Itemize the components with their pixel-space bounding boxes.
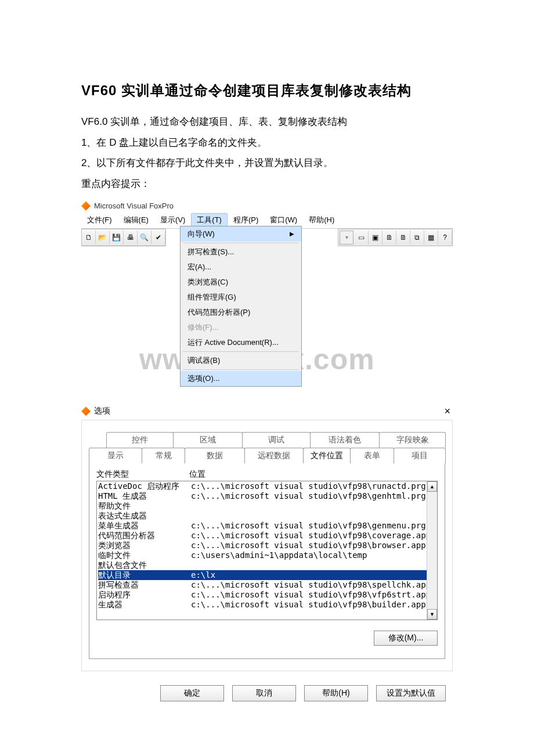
report-icon[interactable]: ▦ <box>424 231 438 244</box>
app-title: Microsoft Visual FoxPro <box>94 201 174 210</box>
menu-window[interactable]: 窗口(W) <box>264 213 303 227</box>
db2-icon[interactable]: 🗎 <box>396 231 410 244</box>
page-title: VF60 实训单通过命令创建项目库表复制修改表结构 <box>81 81 453 100</box>
tab-remotedata[interactable]: 远程数据 <box>244 448 304 463</box>
dialog-title: 选项 <box>94 406 110 416</box>
intro-line-2: 1、在 D 盘上建以自已名字命名的文件夹。 <box>81 132 453 153</box>
list-item[interactable]: 生成器c:\...\microsoft visual studio\vfp98\… <box>98 600 437 610</box>
preview-icon[interactable]: 🔍 <box>138 231 151 244</box>
menu-file[interactable]: 文件(F) <box>81 213 118 227</box>
list-item[interactable]: 菜单生成器c:\...\microsoft visual studio\vfp9… <box>98 521 437 531</box>
window-icon[interactable]: ▭ <box>355 231 369 244</box>
print-icon[interactable]: 🖶 <box>124 231 138 244</box>
new-icon[interactable]: 🗋 <box>82 231 96 244</box>
tab-forms[interactable]: 表单 <box>350 448 394 463</box>
foxpro-icon <box>81 201 91 211</box>
column-header-type: 文件类型 <box>96 469 189 480</box>
list-item[interactable]: 临时文件c:\users\admini~1\appdata\local\temp <box>98 550 437 560</box>
menu-macro[interactable]: 宏(A)... <box>181 260 301 275</box>
tab-general[interactable]: 常规 <box>142 448 185 463</box>
set-default-button[interactable]: 设置为默认值 <box>376 685 446 701</box>
tab-syntax[interactable]: 语法着色 <box>310 432 380 448</box>
scroll-down-icon[interactable]: ▼ <box>427 609 437 620</box>
separator <box>183 243 299 243</box>
options-dialog: 选项 × 控件 区域 调试 语法着色 字段映象 显示 常规 数据 远程数据 文件… <box>81 403 453 705</box>
menu-spellcheck[interactable]: 拼写检查(S)... <box>181 244 301 260</box>
menu-edit[interactable]: 编辑(E) <box>118 213 154 227</box>
form-icon[interactable]: ▣ <box>369 231 383 244</box>
combo-icon[interactable]: ▾ <box>340 231 353 244</box>
tab-projects[interactable]: 项目 <box>394 448 446 463</box>
list-item[interactable]: 类浏览器c:\...\microsoft visual studio\vfp98… <box>98 541 437 550</box>
menu-program[interactable]: 程序(P) <box>228 213 264 227</box>
list-item[interactable]: 表达式生成器 <box>98 511 437 521</box>
modify-button[interactable]: 修改(M)... <box>374 631 438 646</box>
menu-help[interactable]: 帮助(H) <box>303 213 340 227</box>
intro-line-4: 重点内容提示： <box>81 174 453 195</box>
tab-controls[interactable]: 控件 <box>106 432 174 448</box>
close-icon[interactable]: × <box>444 405 453 417</box>
menu-wizard[interactable]: 向导(W)▶ <box>181 226 301 242</box>
vfp-main-window: Microsoft Visual FoxPro 文件(F) 编辑(E) 显示(V… <box>81 200 453 397</box>
submenu-arrow-icon: ▶ <box>290 231 294 237</box>
separator <box>183 369 299 370</box>
tab-filelocations[interactable]: 文件位置 <box>303 448 351 463</box>
scroll-track[interactable] <box>427 492 437 609</box>
autoform-icon[interactable]: ⧉ <box>410 231 424 244</box>
help-icon[interactable]: ? <box>438 231 452 244</box>
spell-icon[interactable]: ✔ <box>151 231 165 244</box>
list-item[interactable]: HTML 生成器c:\...\microsoft visual studio\v… <box>98 491 437 501</box>
separator <box>183 351 299 352</box>
tab-regional[interactable]: 区域 <box>173 432 243 448</box>
menu-run-activedoc[interactable]: 运行 Active Document(R)... <box>181 335 301 350</box>
tab-debug[interactable]: 调试 <box>242 432 311 448</box>
menu-classbrowser[interactable]: 类浏览器(C) <box>181 275 301 290</box>
intro-line-1: VF6.0 实训单，通过命令创建项目、库、表、复制修改表结构 <box>81 111 453 132</box>
menu-options[interactable]: 选项(O)... <box>181 371 301 386</box>
file-locations-list[interactable]: ActiveDoc 启动程序c:\...\microsoft visual st… <box>96 481 438 620</box>
tools-dropdown: 向导(W)▶ 拼写检查(S)... 宏(A)... 类浏览器(C) 组件管理库(… <box>180 226 302 387</box>
menu-view[interactable]: 显示(V) <box>154 213 191 227</box>
list-item[interactable]: 帮助文件 <box>98 501 437 511</box>
scrollbar[interactable]: ▲ ▼ <box>427 481 437 620</box>
foxpro-icon <box>81 406 91 416</box>
list-item[interactable]: 启动程序c:\...\microsoft visual studio\vfp98… <box>98 590 437 600</box>
intro-line-3: 2、以下所有文件都存于此文件夹中，并设置为默认目录。 <box>81 153 453 174</box>
menu-beautify[interactable]: 修饰(F)... <box>181 320 301 335</box>
list-item[interactable]: 默认目录e:\lx <box>98 570 437 580</box>
tab-view[interactable]: 显示 <box>89 448 142 463</box>
help-button[interactable]: 帮助(H) <box>304 685 368 701</box>
menu-componentgallery[interactable]: 组件管理库(G) <box>181 290 301 305</box>
db-icon[interactable]: 🗎 <box>383 231 396 244</box>
tab-data[interactable]: 数据 <box>185 448 245 463</box>
list-item[interactable]: 默认包含文件 <box>98 560 437 570</box>
list-item[interactable]: 代码范围分析器c:\...\microsoft visual studio\vf… <box>98 531 437 541</box>
column-header-location: 位置 <box>189 469 205 480</box>
cancel-button[interactable]: 取消 <box>232 685 296 701</box>
menu-debugger[interactable]: 调试器(B) <box>181 353 301 368</box>
open-icon[interactable]: 📂 <box>96 231 110 244</box>
ok-button[interactable]: 确定 <box>160 685 224 701</box>
save-icon[interactable]: 💾 <box>110 231 124 244</box>
tab-fieldmapping[interactable]: 字段映象 <box>379 432 446 448</box>
menu-coverage[interactable]: 代码范围分析器(P) <box>181 305 301 320</box>
list-item[interactable]: 拼写检查器c:\...\microsoft visual studio\vfp9… <box>98 580 437 590</box>
list-item[interactable]: ActiveDoc 启动程序c:\...\microsoft visual st… <box>98 481 437 491</box>
scroll-up-icon[interactable]: ▲ <box>427 481 437 492</box>
menu-tools[interactable]: 工具(T) <box>191 213 228 227</box>
